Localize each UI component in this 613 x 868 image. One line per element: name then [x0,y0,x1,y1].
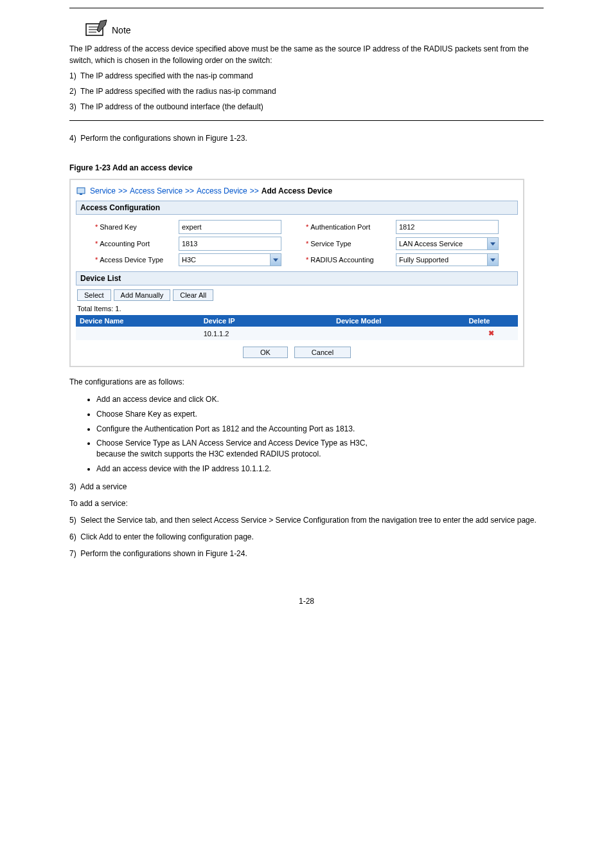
cell-device-model [332,327,465,340]
body-text: 5) Select the Service tab, and then sele… [69,516,544,525]
note-label: Note [112,25,131,35]
note-line: 2) The IP address specified with the rad… [69,86,544,97]
col-device-model: Device Model [332,315,465,327]
body-text: To add a service: [69,499,544,508]
select-radius-accounting[interactable]: Fully Supported [396,253,499,266]
list-item: Choose Service Type as LAN Access Servic… [96,438,544,460]
figure-caption: Figure 1-23 Add an access device [69,163,544,172]
note-icon [85,19,108,38]
clear-all-button[interactable]: Clear All [173,289,213,301]
breadcrumb-item[interactable]: Access Service [130,186,182,195]
select-service-type[interactable]: LAN Access Service [396,237,499,250]
note-line: 1) The IP address specified with the nas… [69,70,544,82]
breadcrumb-current: Add Access Device [262,186,332,195]
step-line: 4) Perform the configurations shown in F… [69,134,544,143]
breadcrumb-item[interactable]: Service [90,186,116,195]
label-accounting-port: *Accounting Port [80,240,170,248]
breadcrumb-sep: >> [185,186,194,195]
cancel-button[interactable]: Cancel [294,347,351,358]
input-accounting-port[interactable] [179,237,281,251]
label-auth-port: *Authentication Port [290,223,387,231]
body-text: 6) Click Add to enter the following conf… [69,532,544,541]
add-access-device-dialog: Service >> Access Service >> Access Devi… [69,179,524,367]
chevron-down-icon [270,254,281,266]
panel-title-device-list: Device List [76,271,518,285]
input-auth-port[interactable] [396,220,499,234]
panel-title-access-config: Access Configuration [76,201,518,215]
section-heading: 3) Add a service [69,482,544,491]
input-shared-key[interactable] [179,220,281,234]
device-table: Device Name Device IP Device Model Delet… [76,315,518,340]
svg-rect-4 [77,188,85,194]
label-device-type: *Access Device Type [80,256,170,264]
label-radius-accounting: *RADIUS Accounting [290,256,387,264]
config-list: Add an access device and click OK. Choos… [69,394,544,475]
breadcrumb-sep: >> [118,186,127,195]
cell-device-ip: 10.1.1.2 [200,327,332,340]
breadcrumb-item[interactable]: Access Device [197,186,247,195]
device-list-toolbar: Select Add Manually Clear All [77,289,517,301]
col-device-name: Device Name [76,315,200,327]
body-text: 7) Perform the configurations shown in F… [69,549,544,558]
dialog-buttons: OK Cancel [76,347,518,358]
device-icon [76,185,87,197]
select-button[interactable]: Select [77,289,111,301]
access-config-form: *Shared Key *Authentication Port *Accoun… [80,220,514,266]
chevron-down-icon [487,238,498,249]
note-body: The IP address of the access device spec… [69,43,544,113]
list-item: Configure the Authentication Port as 181… [96,424,544,435]
label-shared-key: *Shared Key [80,223,170,231]
list-item: Add an access device with the IP address… [96,464,544,475]
note-line: The IP address of the access device spec… [69,43,544,66]
list-item: Add an access device and click OK. [96,394,544,405]
note-callout: Note [85,19,544,38]
label-service-type: *Service Type [290,240,387,248]
total-items: Total Items: 1. [77,305,517,312]
body-text: The configurations are as follows: [69,377,544,386]
ok-button[interactable]: OK [243,347,288,358]
note-line: 3) The IP address of the outbound interf… [69,101,544,113]
add-manually-button[interactable]: Add Manually [114,289,171,301]
breadcrumb: Service >> Access Service >> Access Devi… [76,185,518,197]
svg-rect-5 [80,194,82,195]
delete-row-button[interactable]: ✖ [465,327,518,340]
table-row: 10.1.1.2 ✖ [76,327,518,340]
select-device-type[interactable]: H3C [179,253,281,266]
page-number: 1-28 [69,597,544,606]
cell-device-name [76,327,200,340]
col-device-ip: Device IP [200,315,332,327]
col-delete: Delete [465,315,518,327]
chevron-down-icon [487,254,498,266]
breadcrumb-sep: >> [250,186,259,195]
list-item: Choose Share Key as expert. [96,409,544,420]
